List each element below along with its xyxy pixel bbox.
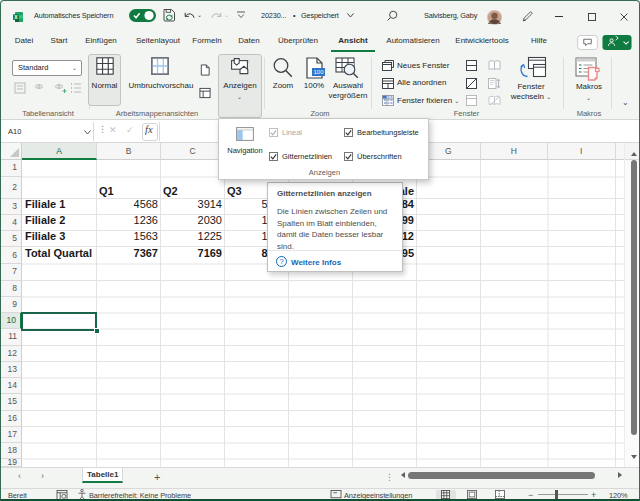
svg-text:?: ? xyxy=(279,257,283,266)
svg-text:100: 100 xyxy=(313,69,324,75)
